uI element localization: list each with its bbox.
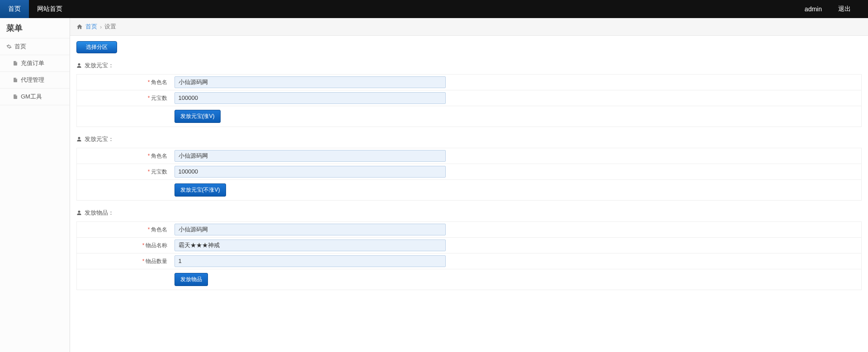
user-icon bbox=[76, 63, 82, 68]
sidebar: 菜单 首页 充值订单 代理管理 GM工具 bbox=[0, 18, 70, 352]
item-qty-input[interactable] bbox=[175, 255, 446, 267]
sidebar-item-label: 充值订单 bbox=[21, 59, 44, 67]
file-icon bbox=[13, 61, 18, 66]
field-label: 物品数量 bbox=[146, 258, 167, 264]
sidebar-item-home[interactable]: 首页 bbox=[0, 38, 70, 55]
file-icon bbox=[13, 77, 18, 83]
sidebar-item-agent[interactable]: 代理管理 bbox=[0, 72, 70, 89]
field-label: 角色名 bbox=[151, 153, 167, 159]
send-yuanbao-novip-button[interactable]: 发放元宝(不涨V) bbox=[175, 183, 226, 197]
home-icon bbox=[76, 23, 83, 30]
sidebar-item-label: 代理管理 bbox=[21, 76, 44, 84]
sidebar-title: 菜单 bbox=[0, 18, 70, 38]
field-label: 物品名称 bbox=[146, 242, 167, 249]
item-name-input[interactable] bbox=[175, 239, 446, 251]
chevron-right-icon: › bbox=[100, 23, 102, 30]
role-name-input[interactable] bbox=[175, 76, 446, 88]
section-head-yuanbao-2: 发放元宝： bbox=[76, 135, 862, 143]
field-label: 元宝数 bbox=[151, 95, 167, 101]
field-label: 角色名 bbox=[151, 226, 167, 233]
sidebar-item-label: 首页 bbox=[14, 42, 26, 51]
role-name-input[interactable] bbox=[175, 150, 446, 162]
section-head-item: 发放物品： bbox=[76, 209, 862, 217]
yuanbao-amount-input[interactable] bbox=[175, 92, 446, 104]
yuanbao-amount-input[interactable] bbox=[175, 166, 446, 178]
field-label: 角色名 bbox=[151, 79, 167, 85]
role-name-input[interactable] bbox=[175, 224, 446, 235]
section-head-yuanbao-1: 发放元宝： bbox=[76, 61, 862, 70]
sidebar-item-gmtool[interactable]: GM工具 bbox=[0, 89, 70, 105]
section-title: 发放元宝： bbox=[85, 135, 114, 143]
topbar-home[interactable]: 首页 bbox=[0, 0, 29, 18]
user-icon bbox=[76, 210, 82, 216]
section-title: 发放元宝： bbox=[85, 61, 114, 70]
breadcrumb: 首页 › 设置 bbox=[70, 18, 868, 36]
send-yuanbao-vip-button[interactable]: 发放元宝(涨V) bbox=[175, 110, 221, 123]
gear-icon bbox=[6, 44, 12, 49]
file-icon bbox=[13, 94, 18, 99]
sidebar-item-recharge[interactable]: 充值订单 bbox=[0, 55, 70, 72]
topbar: 首页 网站首页 admin 退出 bbox=[0, 0, 868, 18]
field-label: 元宝数 bbox=[151, 169, 167, 175]
sidebar-item-label: GM工具 bbox=[21, 93, 42, 101]
topbar-user[interactable]: admin bbox=[797, 0, 830, 18]
topbar-site-home[interactable]: 网站首页 bbox=[29, 0, 71, 18]
send-item-button[interactable]: 发放物品 bbox=[175, 273, 208, 286]
breadcrumb-current: 设置 bbox=[104, 23, 116, 31]
zone-select-button[interactable]: 选择分区 bbox=[76, 41, 117, 53]
user-icon bbox=[76, 136, 82, 142]
topbar-logout[interactable]: 退出 bbox=[830, 0, 859, 18]
section-title: 发放物品： bbox=[85, 209, 114, 217]
breadcrumb-home-link[interactable]: 首页 bbox=[85, 23, 97, 31]
